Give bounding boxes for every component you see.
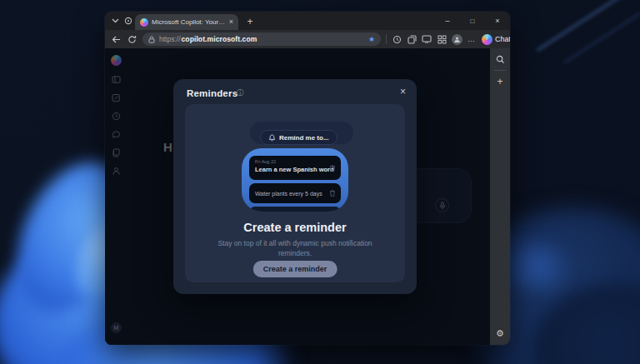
wallpaper-streak <box>563 12 640 63</box>
tab-actions-icon[interactable] <box>122 15 134 27</box>
url-host: copilot.microsoft.com <box>182 35 258 43</box>
reminders-panel: Remind me to... Fri Aug 22 Learn a new S… <box>185 104 405 282</box>
more-menu-icon[interactable]: … <box>468 35 476 43</box>
minimize-button[interactable]: – <box>435 12 460 30</box>
extensions-icon[interactable] <box>437 34 447 44</box>
trash-icon <box>329 164 336 172</box>
create-reminder-button[interactable]: Create a reminder <box>253 261 338 277</box>
browser-tab[interactable]: Microsoft Copilot: Your AI companion × <box>135 14 238 30</box>
discover-icon[interactable] <box>392 34 402 44</box>
settings-gear-icon[interactable]: ⚙ <box>496 328 504 339</box>
tab-close-icon[interactable]: × <box>229 18 233 26</box>
window-controls: – □ × <box>435 12 510 30</box>
address-bar[interactable]: https://copilot.microsoft.com ★ <box>142 32 381 46</box>
trash-icon <box>329 190 336 197</box>
wallpaper-blob <box>500 242 575 292</box>
edge-sidebar-rail: + ⚙ <box>490 48 510 345</box>
toolbar-divider <box>386 34 387 44</box>
maximize-button[interactable]: □ <box>460 12 485 30</box>
copilot-page: M H Reminders ⓘ × <box>105 48 490 345</box>
title-bar[interactable]: Microsoft Copilot: Your AI companion × +… <box>105 12 510 30</box>
bell-icon <box>268 134 276 142</box>
profile-avatar[interactable] <box>452 34 462 45</box>
create-reminder-button-label: Create a reminder <box>263 265 328 273</box>
new-tab-button[interactable]: + <box>243 15 257 27</box>
browser-window: Microsoft Copilot: Your AI companion × +… <box>105 12 510 345</box>
sidebar-search-icon[interactable] <box>495 54 505 64</box>
reminder-card: Water plants every 5 days <box>249 183 341 203</box>
info-icon[interactable]: ⓘ <box>237 88 244 98</box>
copilot-logo-icon <box>482 34 492 45</box>
favorites-star-icon[interactable]: ★ <box>368 35 375 43</box>
sidebar-add-icon[interactable]: + <box>495 77 505 87</box>
reminder-date: Fri Aug 22 <box>255 159 326 164</box>
chat-label: Chat <box>495 35 510 43</box>
reminder-card-partial <box>249 207 341 212</box>
reminder-title: Water plants every 5 days <box>255 191 322 197</box>
modal-title: Reminders <box>187 88 238 98</box>
back-icon[interactable] <box>111 34 122 45</box>
reminders-illustration: Fri Aug 22 Learn a new Spanish word Wate… <box>242 148 348 212</box>
refresh-icon[interactable] <box>127 34 138 45</box>
browser-content: M H Reminders ⓘ × <box>105 48 510 345</box>
create-reminder-description: Stay on top of it all with dynamic push … <box>208 238 382 259</box>
reminder-title: Learn a new Spanish word <box>255 166 326 173</box>
collections-icon[interactable] <box>407 34 417 44</box>
remind-me-pill: Remind me to... <box>260 130 338 145</box>
create-reminder-heading: Create a reminder <box>185 221 405 234</box>
copilot-favicon-icon <box>140 18 148 27</box>
desktop: Microsoft Copilot: Your AI companion × +… <box>0 0 640 364</box>
tab-title: Microsoft Copilot: Your AI companion <box>152 18 226 26</box>
reminders-modal: Reminders ⓘ × Remind me to... <box>173 79 417 294</box>
screenshot-icon[interactable] <box>422 34 432 44</box>
lock-icon[interactable] <box>148 36 155 43</box>
copilot-chat-button[interactable]: Chat <box>482 34 510 45</box>
reminder-card: Fri Aug 22 Learn a new Spanish word <box>249 156 341 180</box>
close-window-button[interactable]: × <box>485 12 510 30</box>
browser-toolbar: https://copilot.microsoft.com ★ … <box>105 30 510 48</box>
modal-close-icon[interactable]: × <box>400 86 406 97</box>
remind-me-label: Remind me to... <box>279 134 329 142</box>
url-scheme: https:// <box>159 35 181 43</box>
rail-divider <box>494 70 506 71</box>
tab-list-chevron-icon[interactable] <box>109 15 121 27</box>
wallpaper-streak <box>536 0 640 52</box>
